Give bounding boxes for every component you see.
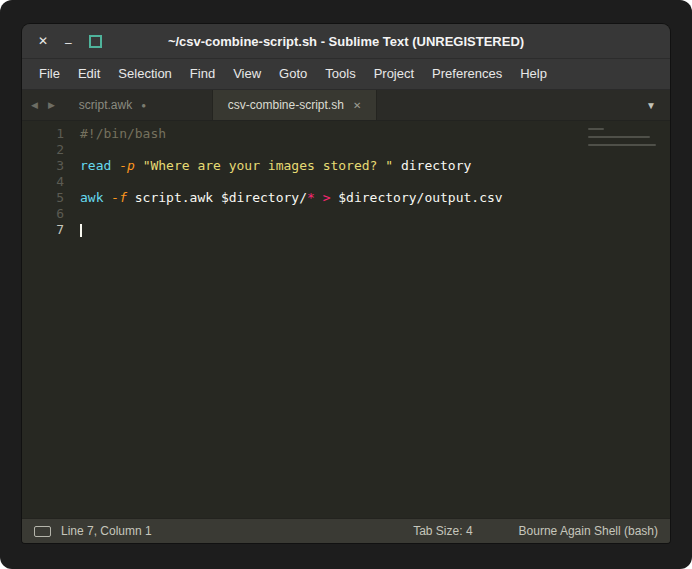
line-number-gutter: 1234567: [22, 126, 80, 518]
menu-item-goto[interactable]: Goto: [270, 59, 316, 89]
line-number: 2: [22, 142, 64, 158]
line-number: 6: [22, 206, 64, 222]
code-line[interactable]: [80, 222, 670, 238]
code-token: script.awk $directory/: [127, 190, 307, 205]
code-line[interactable]: #!/bin/bash: [80, 126, 670, 142]
tab-label: script.awk: [79, 98, 132, 112]
menu-item-help[interactable]: Help: [511, 59, 556, 89]
tab-csv-combine-script.sh[interactable]: csv-combine-script.sh✕: [213, 90, 377, 120]
menu-item-selection[interactable]: Selection: [109, 59, 180, 89]
code-token: #!/bin/bash: [80, 126, 166, 141]
minimize-window-icon[interactable]: –: [65, 37, 72, 49]
tab-overflow-menu[interactable]: ▼: [632, 90, 670, 120]
code-token: [135, 158, 143, 173]
tab-strip: script.awk●csv-combine-script.sh✕: [64, 90, 377, 120]
tab-scroll-controls: ◀ ▶: [22, 90, 64, 120]
code-line[interactable]: read -p "Where are your images stored? "…: [80, 158, 670, 174]
tab-scroll-right-icon[interactable]: ▶: [48, 100, 55, 110]
tab-bar: ◀ ▶ script.awk●csv-combine-script.sh✕ ▼: [22, 90, 670, 121]
menu-item-view[interactable]: View: [224, 59, 270, 89]
code-token: awk: [80, 190, 103, 205]
close-window-icon[interactable]: ✕: [38, 35, 48, 47]
code-token: *: [307, 190, 315, 205]
code-token: $directory/output.csv: [330, 190, 502, 205]
menu-item-tools[interactable]: Tools: [316, 59, 364, 89]
code-token: read: [80, 158, 111, 173]
tab-label: csv-combine-script.sh: [228, 98, 344, 112]
maximize-window-icon[interactable]: [89, 35, 102, 48]
minimap-line: [588, 140, 666, 142]
sublime-text-window: ✕ – ~/csv-combine-script.sh - Sublime Te…: [22, 24, 670, 543]
minimap-line: [588, 148, 666, 150]
minimap[interactable]: [588, 128, 666, 156]
panel-toggle-icon[interactable]: [34, 526, 51, 537]
code-token: -f: [111, 190, 127, 205]
code-token: [111, 158, 119, 173]
line-number: 7: [22, 222, 64, 238]
tab-modified-dot: ●: [141, 101, 146, 110]
desktop-background: ✕ – ~/csv-combine-script.sh - Sublime Te…: [0, 0, 692, 569]
menu-bar: FileEditSelectionFindViewGotoToolsProjec…: [22, 59, 670, 90]
syntax-status[interactable]: Bourne Again Shell (bash): [519, 524, 658, 538]
minimap-line: [588, 152, 666, 154]
code-token: "Where are your images stored? ": [143, 158, 393, 173]
minimap-line: [588, 128, 604, 130]
code-content[interactable]: #!/bin/bashread -p "Where are your image…: [80, 126, 670, 518]
editor-area[interactable]: 1234567 #!/bin/bashread -p "Where are yo…: [22, 121, 670, 518]
tab-scroll-left-icon[interactable]: ◀: [31, 100, 38, 110]
code-line[interactable]: [80, 142, 670, 158]
minimap-line: [588, 136, 650, 138]
menu-item-preferences[interactable]: Preferences: [423, 59, 511, 89]
code-token: directory: [393, 158, 471, 173]
minimap-line: [588, 144, 656, 146]
tab-script.awk[interactable]: script.awk●: [64, 90, 213, 120]
menu-item-edit[interactable]: Edit: [69, 59, 109, 89]
title-bar[interactable]: ✕ – ~/csv-combine-script.sh - Sublime Te…: [22, 24, 670, 59]
line-number: 4: [22, 174, 64, 190]
tab-close-icon[interactable]: ✕: [353, 100, 361, 111]
status-bar: Line 7, Column 1 Tab Size: 4 Bourne Agai…: [22, 518, 670, 543]
code-line[interactable]: [80, 174, 670, 190]
code-token: [315, 190, 323, 205]
menu-item-file[interactable]: File: [30, 59, 69, 89]
text-cursor: [80, 224, 82, 237]
window-controls: ✕ –: [38, 35, 102, 48]
chevron-down-icon: ▼: [646, 100, 656, 111]
line-number: 3: [22, 158, 64, 174]
code-line[interactable]: awk -f script.awk $directory/* > $direct…: [80, 190, 670, 206]
window-title: ~/csv-combine-script.sh - Sublime Text (…: [22, 34, 670, 49]
minimap-line: [588, 132, 666, 134]
tab-size-status[interactable]: Tab Size: 4: [413, 524, 472, 538]
code-token: -p: [119, 158, 135, 173]
menu-item-find[interactable]: Find: [181, 59, 224, 89]
line-number: 5: [22, 190, 64, 206]
menu-item-project[interactable]: Project: [365, 59, 423, 89]
line-number: 1: [22, 126, 64, 142]
cursor-position-status: Line 7, Column 1: [61, 524, 152, 538]
code-line[interactable]: [80, 206, 670, 222]
